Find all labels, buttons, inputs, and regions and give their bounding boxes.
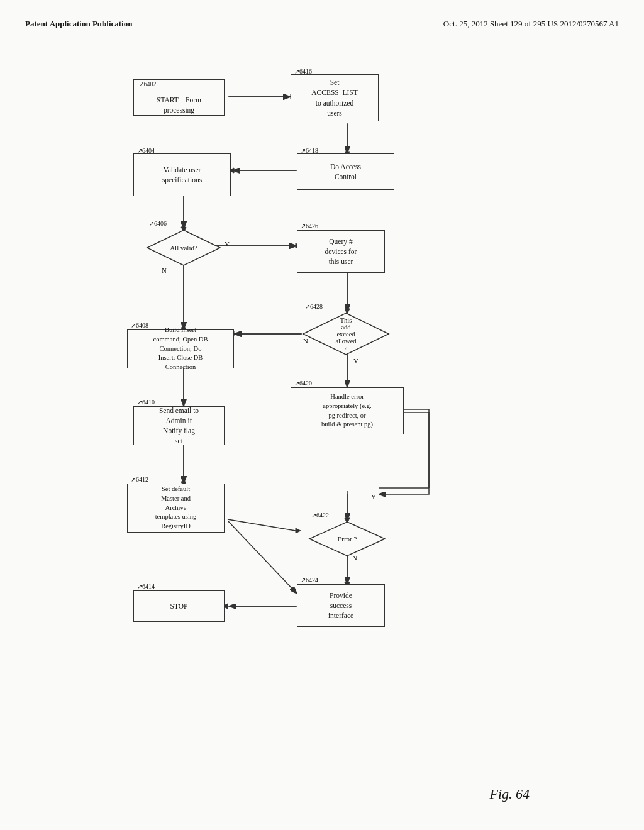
node-6428-label: Thisaddexceedallowed? (335, 317, 356, 351)
node-6416: ↗6416 SetACCESS_LISTto authorizedusers (291, 74, 379, 121)
label-y-6406: Y (225, 240, 230, 248)
label-y-6428: Y (353, 357, 358, 365)
node-6426-label: Query #devices forthis user (325, 236, 357, 267)
node-6418-label: Do AccessControl (330, 162, 361, 182)
node-6422: ↗6422 Error ? (308, 521, 386, 557)
page-header: Patent Application Publication Oct. 25, … (25, 19, 619, 29)
node-6418: ↗6418 Do AccessControl (297, 153, 394, 190)
page: Patent Application Publication Oct. 25, … (0, 0, 644, 830)
node-6414-label: STOP (170, 601, 188, 611)
node-6410-label: Send email toAdmin ifNotify flagset (159, 406, 199, 446)
node-6416-label: SetACCESS_LISTto authorizedusers (311, 77, 358, 118)
node-6404-label: Validate userspecifications (162, 165, 202, 185)
label-y-6422: Y (371, 493, 376, 501)
svg-line-47 (228, 521, 297, 594)
publication-info: Oct. 25, 2012 Sheet 129 of 295 US 2012/0… (443, 19, 619, 29)
node-6406-label: All valid? (170, 244, 197, 252)
node-6402: ↗6402 START – Formprocessing (133, 79, 225, 116)
flowchart: ↗6402 START – Formprocessing ↗6416 SetAC… (108, 54, 536, 809)
label-n-6428: N (303, 337, 308, 345)
node-6408-label: Build Insertcommand; Open DBConnection; … (153, 326, 208, 372)
node-6410: ↗6410 Send email toAdmin ifNotify flagse… (133, 406, 225, 445)
node-6426: ↗6426 Query #devices forthis user (297, 230, 385, 273)
node-6422-label: Error ? (338, 535, 357, 543)
node-6412: ↗6412 Set defaultMaster andArchivetempla… (127, 484, 225, 533)
node-6428: ↗6428 Thisaddexceedallowed? (302, 312, 390, 356)
publication-label: Patent Application Publication (25, 19, 132, 29)
node-6402-label: START – Formprocessing (157, 95, 201, 115)
figure-label: Fig. 64 (489, 786, 530, 802)
node-6412-label: Set defaultMaster andArchivetemplates us… (155, 485, 197, 531)
label-n-6406: N (162, 267, 167, 274)
node-6424-label: Providesuccessinterface (328, 590, 353, 621)
node-6408: ↗6408 Build Insertcommand; Open DBConnec… (127, 329, 234, 368)
diagram-area: ↗6402 START – Formprocessing ↗6416 SetAC… (25, 48, 619, 815)
svg-line-27 (228, 519, 296, 531)
node-6414: ↗6414 STOP (133, 590, 225, 622)
label-n-6422: N (352, 554, 357, 562)
node-6420-label: Handle errorappropriately (e.g.pg redire… (321, 392, 373, 429)
node-6420: ↗6420 Handle errorappropriately (e.g.pg … (291, 387, 404, 434)
node-6424: ↗6424 Providesuccessinterface (297, 584, 385, 627)
svg-marker-28 (296, 528, 301, 533)
node-6406: ↗6406 All valid? (146, 229, 221, 267)
node-6404: ↗6404 Validate userspecifications (133, 153, 231, 196)
